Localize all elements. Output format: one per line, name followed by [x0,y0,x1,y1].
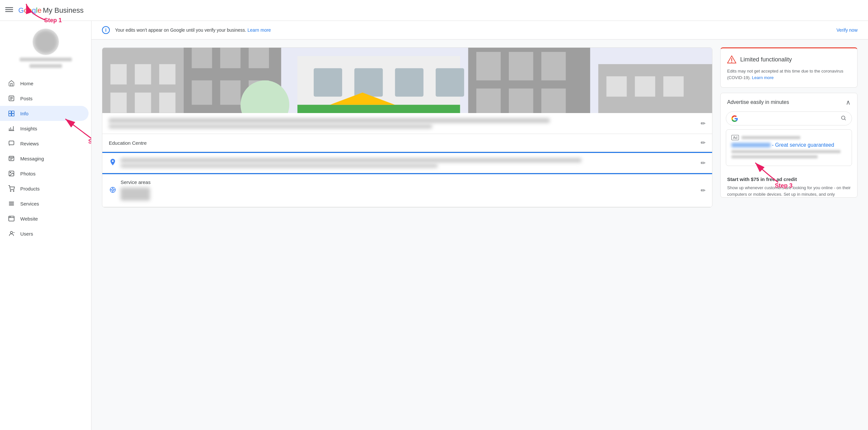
svg-rect-43 [159,64,176,84]
svg-rect-57 [298,105,460,113]
limited-functionality-card: Limited functionality Edits may not get … [720,48,858,88]
svg-rect-75 [635,76,655,97]
verify-banner: i Your edits won't appear on Google unti… [92,21,868,39]
warning-triangle-icon [727,55,736,64]
advertise-body: Ad - Great service guaranteed [721,112,857,171]
service-areas-label: Service areas [121,179,697,185]
svg-point-89 [841,116,845,120]
svg-rect-69 [541,52,566,81]
sidebar-item-info[interactable]: Info [0,106,89,121]
advertise-title: Advertise easily in minutes [727,99,789,105]
app-header: Google My Business Step 1 [0,0,868,21]
ad-desc-line-1 [732,150,841,153]
svg-rect-50 [249,48,269,68]
services-icon [8,200,15,207]
business-name-row: ✏ [102,113,712,134]
info-circle-icon: i [102,26,110,34]
svg-line-90 [844,119,845,120]
profile-subtitle [29,64,62,68]
business-name-edit-button[interactable]: ✏ [701,120,706,127]
sidebar-item-website[interactable]: Website [0,211,89,226]
website-icon [8,215,15,222]
location-edit-button[interactable]: ✏ [701,159,706,166]
svg-point-88 [732,62,733,63]
advertise-header: Advertise easily in minutes ∧ [721,93,857,112]
users-icon [8,230,15,237]
limited-functionality-title: Limited functionality [740,56,792,63]
ad-headline: - Great service guaranteed [732,142,846,148]
profile-name [20,58,72,61]
svg-rect-32 [9,216,14,221]
verify-learn-more-link[interactable]: Learn more [247,27,271,33]
location-row: ✏ [102,152,712,173]
sidebar: Home Posts [0,21,92,430]
sidebar-item-users[interactable]: Users [0,226,89,241]
limited-learn-more-link[interactable]: Learn more [752,75,774,80]
right-panel: Limited functionality Edits may not get … [720,48,858,208]
sidebar-item-photos[interactable]: Photos [0,166,89,181]
ad-desc-line-2 [732,155,818,158]
verify-banner-text: Your edits won't appear on Google until … [115,27,831,33]
svg-rect-9 [9,111,11,114]
app-layout: Home Posts [0,21,868,430]
posts-icon [8,95,15,102]
svg-rect-58 [314,68,342,97]
sidebar-profile [0,24,91,76]
svg-point-80 [112,160,114,162]
svg-rect-46 [159,92,176,113]
reviews-icon [8,140,15,147]
svg-rect-44 [111,92,127,113]
ad-preview-card: Ad - Great service guaranteed [726,129,852,166]
main-content: i Your edits won't appear on Google unti… [92,21,868,430]
messaging-icon [8,155,15,162]
svg-point-35 [10,231,13,234]
education-centre-edit-button[interactable]: ✏ [701,139,706,146]
svg-rect-1 [5,9,13,10]
svg-rect-51 [192,81,212,105]
sidebar-item-messaging[interactable]: Messaging [0,151,89,166]
svg-rect-52 [220,81,241,105]
menu-icon[interactable] [5,5,13,15]
free-credit-section: Start with $75 in free ad credit Show up… [721,171,857,197]
svg-rect-2 [5,11,13,12]
business-category-row: Education Centre ✏ [102,134,712,152]
svg-rect-59 [354,68,383,97]
svg-rect-67 [476,52,501,81]
svg-rect-41 [111,64,127,84]
app-logo: Google My Business [18,6,84,15]
ad-tag: Ad [732,135,739,140]
photos-icon [8,170,15,177]
home-icon [8,80,15,87]
sidebar-item-insights[interactable]: Insights [0,121,89,136]
insights-icon [8,125,15,132]
products-icon [8,185,15,192]
sidebar-item-reviews[interactable]: Reviews [0,136,89,151]
svg-rect-74 [607,76,627,97]
free-credit-text: Show up whenever customers are looking f… [727,185,851,197]
info-hero-image [102,48,712,113]
service-areas-icon [109,187,117,195]
sidebar-item-products[interactable]: Products [0,181,89,196]
svg-rect-11 [9,114,11,116]
ad-headline-blurred [732,143,771,147]
svg-rect-0 [5,7,13,8]
sidebar-item-posts[interactable]: Posts [0,91,89,106]
svg-rect-76 [663,76,684,97]
svg-point-26 [10,190,11,191]
ad-label-row: Ad [732,135,846,140]
ad-url-blurred [742,136,800,139]
svg-rect-42 [135,64,151,84]
google-g-logo [732,115,738,122]
verify-now-button[interactable]: Verify now [836,27,858,33]
location-pin-icon [109,158,117,167]
svg-point-82 [112,189,114,191]
content-split: ✏ Education Centre ✏ [92,39,868,215]
svg-rect-70 [476,89,501,113]
sidebar-item-services[interactable]: Services [0,196,89,211]
svg-rect-48 [192,48,212,68]
svg-rect-68 [509,52,533,81]
service-areas-edit-button[interactable]: ✏ [701,187,706,194]
service-areas-row: Service areas ✏ [102,173,712,207]
advertise-collapse-button[interactable]: ∧ [846,98,851,106]
sidebar-item-home[interactable]: Home [0,76,89,91]
